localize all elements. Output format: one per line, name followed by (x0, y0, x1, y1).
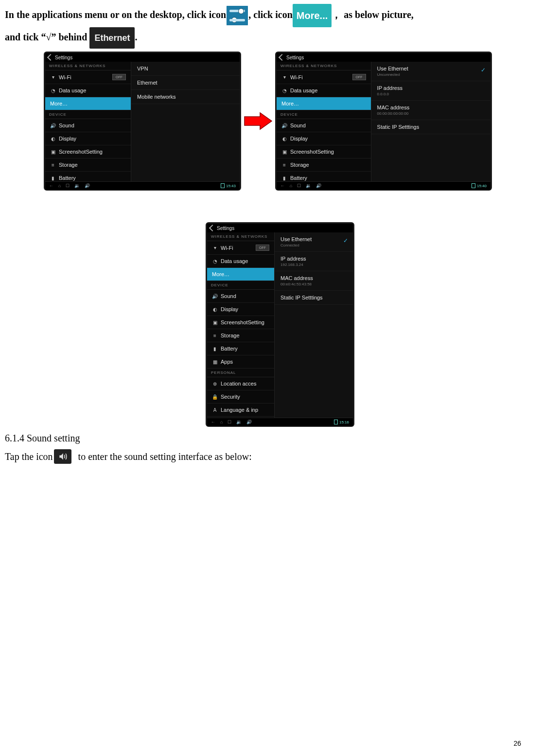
red-arrow-icon (241, 112, 275, 130)
back-icon[interactable] (209, 225, 216, 231)
sound-settings-icon (54, 449, 71, 464)
check-icon[interactable]: ✓ (343, 237, 348, 244)
screen-title: Settings (286, 55, 304, 60)
nav-recent-icon[interactable]: ☐ (228, 420, 231, 424)
sidebar-item-more[interactable]: More… (45, 97, 131, 110)
screenshot-icon: ▣ (50, 149, 56, 155)
section-wireless: WIRELESS & NETWORKS (45, 62, 131, 70)
nav-vol-down-icon[interactable]: 🔉 (306, 183, 311, 188)
sidebar-item-data-usage[interactable]: ◔Data usage (207, 255, 274, 268)
nav-vol-up-icon[interactable]: 🔊 (316, 183, 321, 188)
sidebar-item-wifi[interactable]: ▾Wi-FiOFF (277, 70, 371, 84)
section-heading-sound: 6.1.4 Sound setting (5, 433, 555, 444)
pane-item-mac: MAC address00:00:00:00:00:00 (371, 101, 490, 120)
sidebar-item-location[interactable]: ⊕Location acces (207, 377, 274, 390)
nav-back-icon[interactable]: ← (211, 420, 215, 424)
sidebar-item-display[interactable]: ◐Display (45, 132, 131, 145)
sidebar-item-sound[interactable]: 🔊Sound (207, 290, 274, 303)
wifi-icon: ▾ (212, 245, 218, 251)
sidebar-item-battery[interactable]: ▮Battery (277, 172, 371, 181)
section-personal: PERSONAL (207, 369, 274, 377)
section-device: DEVICE (45, 110, 131, 119)
sidebar-item-backup[interactable]: ↻Backup & reset (207, 417, 274, 418)
sidebar-item-screenshot[interactable]: ▣ScreenshotSetting (45, 145, 131, 158)
sidebar-item-sound[interactable]: 🔊Sound (277, 119, 371, 132)
clock: 15:16 (339, 420, 349, 424)
instruction-paragraph: In the applications menu or on the deskt… (5, 4, 555, 49)
sidebar-item-apps[interactable]: ▦Apps (207, 355, 274, 369)
instr-text-1: In the applications menu or on the deskt… (5, 9, 226, 20)
screenshot-icon: ▣ (281, 149, 287, 155)
section-wireless: WIRELESS & NETWORKS (207, 232, 274, 241)
location-icon: ⊕ (212, 381, 218, 387)
back-icon[interactable] (47, 54, 54, 61)
pane-item-ip: IP address192.168.3.24 (275, 252, 353, 271)
nav-vol-down-icon[interactable]: 🔉 (236, 420, 242, 424)
nav-home-icon[interactable]: ⌂ (58, 183, 61, 188)
check-icon[interactable]: ✓ (481, 67, 486, 73)
screenshot-icon: ▣ (212, 319, 218, 325)
screenshot-ethernet-connected: Settings WIRELESS & NETWORKS ▾Wi-FiOFF ◔… (206, 222, 354, 427)
sidebar-item-more[interactable]: More… (207, 268, 274, 281)
tap-text-a: Tap the icon (5, 448, 53, 465)
sidebar-item-battery[interactable]: ▮Battery (45, 172, 131, 181)
sidebar-item-language[interactable]: ALanguage & inp (207, 404, 274, 417)
nav-recent-icon[interactable]: ☐ (66, 183, 70, 188)
pane-item-use-ethernet[interactable]: Use EthernetConnected✓ (275, 232, 353, 252)
sidebar-item-wifi[interactable]: ▾Wi-FiOFF (45, 70, 131, 84)
wifi-icon: ▾ (50, 74, 56, 80)
nav-vol-up-icon[interactable]: 🔊 (246, 420, 252, 424)
screen-title: Settings (217, 226, 234, 231)
sidebar-item-display[interactable]: ◐Display (207, 303, 274, 316)
sidebar-item-data-usage[interactable]: ◔Data usage (45, 84, 131, 97)
battery-status-icon (334, 420, 338, 424)
instr-text-2: , click icon (248, 9, 293, 20)
sidebar-item-wifi[interactable]: ▾Wi-FiOFF (207, 241, 274, 255)
sidebar-item-storage[interactable]: ≡Storage (277, 158, 371, 172)
sidebar-item-screenshot[interactable]: ▣ScreenshotSetting (207, 316, 274, 329)
wifi-switch[interactable]: OFF (352, 74, 366, 80)
nav-vol-up-icon[interactable]: 🔊 (85, 183, 90, 188)
nav-recent-icon[interactable]: ☐ (297, 183, 301, 188)
sidebar-item-storage[interactable]: ≡Storage (45, 158, 131, 172)
battery-status-icon (472, 183, 475, 188)
security-icon: 🔒 (212, 394, 218, 400)
ethernet-label-icon: Ethernet (89, 27, 135, 49)
tap-instruction: Tap the icon to enter the sound setting … (5, 448, 555, 465)
data-icon: ◔ (50, 88, 56, 93)
sidebar-item-sound[interactable]: 🔊Sound (45, 119, 131, 132)
page-number: 26 (513, 739, 521, 747)
wifi-switch[interactable]: OFF (112, 74, 126, 80)
sidebar-item-data-usage[interactable]: ◔Data usage (277, 84, 371, 97)
sidebar-item-battery[interactable]: ▮Battery (207, 342, 274, 355)
pane-item-mobile[interactable]: Mobile networks (131, 90, 240, 104)
data-icon: ◔ (281, 88, 287, 93)
pane-item-static-ip[interactable]: Static IP Setttings (275, 291, 353, 305)
sidebar-item-security[interactable]: 🔒Security (207, 390, 274, 404)
section-device: DEVICE (207, 281, 274, 290)
pane-item-use-ethernet[interactable]: Use EthernetUnconnected✓ (371, 62, 490, 81)
instr-text-5: . (135, 32, 137, 42)
nav-back-icon[interactable]: ← (280, 183, 285, 188)
section-wireless: WIRELESS & NETWORKS (277, 62, 371, 70)
sidebar-item-display[interactable]: ◐Display (277, 132, 371, 145)
wifi-switch[interactable]: OFF (256, 245, 269, 251)
sidebar-item-more[interactable]: More… (277, 97, 371, 110)
nav-back-icon[interactable]: ← (49, 183, 53, 188)
back-icon[interactable] (279, 54, 285, 61)
apps-icon: ▦ (212, 359, 218, 365)
sound-icon: 🔊 (212, 293, 218, 299)
pane-item-static-ip[interactable]: Static IP Setttings (371, 120, 490, 134)
sound-icon: 🔊 (281, 123, 287, 128)
pane-item-vpn[interactable]: VPN (131, 62, 240, 76)
sidebar-item-storage[interactable]: ≡Storage (207, 329, 274, 342)
storage-icon: ≡ (212, 333, 218, 338)
tap-text-b: to enter the sound setting interface as … (78, 448, 252, 465)
nav-vol-down-icon[interactable]: 🔉 (74, 183, 80, 188)
pane-item-ethernet[interactable]: Ethernet (131, 76, 240, 90)
sidebar-item-screenshot[interactable]: ▣ScreenshotSetting (277, 145, 371, 158)
settings-app-icon (226, 5, 248, 26)
nav-home-icon[interactable]: ⌂ (220, 420, 223, 424)
screenshot-settings-more: Settings WIRELESS & NETWORKS ▾Wi-FiOFF ◔… (44, 52, 241, 191)
nav-home-icon[interactable]: ⌂ (290, 183, 292, 188)
